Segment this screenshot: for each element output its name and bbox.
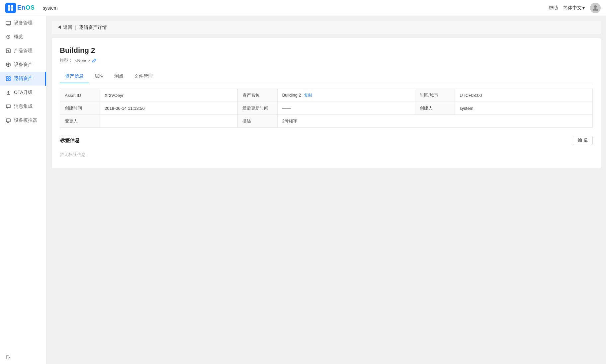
table-row: Asset ID Xr2VOeyr 资产名称 Building 2 复制 时区/… (60, 89, 593, 102)
device-mgmt-icon (5, 20, 11, 26)
svg-rect-0 (8, 5, 10, 8)
label-update-time: 最后更新时间 (237, 102, 277, 115)
msg-icon (5, 104, 11, 109)
table-row: 创建时间 2019-06-14 11:13:56 最后更新时间 —— 创建人 s… (60, 102, 593, 115)
value-asset-id: Xr2VOeyr (100, 89, 238, 102)
value-create-time: 2019-06-14 11:13:56 (100, 102, 238, 115)
main-layout: 设备管理 概览 产品管理 (0, 16, 606, 364)
value-creator: system (455, 102, 593, 115)
asset-info-table: Asset ID Xr2VOeyr 资产名称 Building 2 复制 时区/… (60, 89, 593, 128)
sidebar-label-logical-assets: 逻辑资产 (14, 76, 33, 82)
sidebar-item-device-mgmt[interactable]: 设备管理 (0, 16, 46, 30)
label-description: 描述 (237, 115, 277, 128)
sidebar-label-simulator: 设备模拟器 (14, 117, 37, 123)
model-value: <None> (75, 58, 90, 63)
tab-file-mgmt[interactable]: 文件管理 (129, 70, 158, 83)
breadcrumb: ◀ 返回 | 逻辑资产详情 (52, 21, 601, 34)
label-creator: 创建人 (415, 102, 455, 115)
svg-rect-8 (6, 77, 8, 78)
tags-section-header: 标签信息 编 辑 (60, 136, 593, 145)
table-row: 变更人 描述 2号楼宇 (60, 115, 593, 128)
sidebar-item-logical-assets[interactable]: 逻辑资产 (0, 72, 46, 86)
avatar[interactable] (590, 3, 601, 13)
value-asset-name: Building 2 复制 (277, 89, 415, 102)
svg-rect-9 (9, 77, 10, 78)
tab-asset-info[interactable]: 资产信息 (60, 70, 89, 83)
detail-card: Building 2 模型： <None> 资产信息 属性 测点 文件管理 (52, 38, 601, 168)
label-create-time: 创建时间 (60, 102, 100, 115)
label-modifier: 变更人 (60, 115, 100, 128)
topbar: EnOS system 帮助 简体中文 ▾ (0, 0, 606, 16)
value-description: 2号楼宇 (277, 115, 592, 128)
model-label: 模型： (60, 57, 73, 63)
app-icon (5, 3, 16, 13)
sidebar-item-device-assets[interactable]: 设备资产 (0, 58, 46, 72)
breadcrumb-current: 逻辑资产详情 (79, 25, 107, 31)
device-assets-icon (5, 62, 11, 68)
edit-tags-button[interactable]: 编 辑 (573, 136, 593, 145)
model-edit-btn[interactable] (92, 58, 97, 63)
model-row: 模型： <None> (60, 57, 593, 63)
svg-rect-10 (6, 79, 8, 81)
sidebar-label-msg: 消息集成 (14, 104, 33, 109)
sidebar-label-device-assets: 设备资产 (14, 62, 33, 68)
content-area: ◀ 返回 | 逻辑资产详情 Building 2 模型： <None> 资产信息 (46, 16, 606, 364)
value-modifier (100, 115, 238, 128)
label-asset-id: Asset ID (60, 89, 100, 102)
sidebar-label-device-mgmt: 设备管理 (14, 20, 33, 26)
svg-rect-1 (11, 5, 13, 8)
value-timezone: UTC+08:00 (455, 89, 593, 102)
svg-rect-11 (9, 79, 10, 81)
topbar-right: 帮助 简体中文 ▾ (549, 3, 601, 13)
help-link[interactable]: 帮助 (549, 5, 558, 11)
sidebar: 设备管理 概览 产品管理 (0, 16, 46, 364)
tags-title: 标签信息 (60, 137, 80, 144)
brand-logo: EnOS (17, 4, 35, 11)
system-name: system (43, 5, 57, 11)
product-icon (5, 48, 11, 54)
breadcrumb-separator: | (75, 25, 76, 30)
page-title: Building 2 (60, 46, 593, 55)
sidebar-item-overview[interactable]: 概览 (0, 30, 46, 44)
tags-section: 标签信息 编 辑 暂无标签信息 (60, 136, 593, 160)
simulator-icon (5, 117, 11, 123)
language-selector[interactable]: 简体中文 ▾ (563, 5, 585, 11)
svg-rect-3 (11, 8, 13, 11)
sidebar-item-product-mgmt[interactable]: 产品管理 (0, 44, 46, 58)
sidebar-item-device-simulator[interactable]: 设备模拟器 (0, 113, 46, 127)
value-update-time: —— (277, 102, 415, 115)
sidebar-label-ota: OTA升级 (14, 90, 33, 96)
sidebar-item-ota-upgrade[interactable]: OTA升级 (0, 86, 46, 100)
sidebar-item-msg-integration[interactable]: 消息集成 (0, 100, 46, 113)
svg-rect-12 (6, 119, 10, 122)
sidebar-label-overview: 概览 (14, 34, 23, 40)
tabs: 资产信息 属性 测点 文件管理 (60, 70, 593, 83)
ota-icon (5, 90, 11, 96)
logical-assets-icon (5, 76, 11, 82)
overview-icon (5, 34, 11, 40)
svg-rect-5 (6, 21, 11, 25)
sidebar-label-product-mgmt: 产品管理 (14, 48, 33, 54)
logo: EnOS (5, 3, 35, 13)
sidebar-collapse-btn[interactable] (0, 351, 46, 364)
label-asset-name: 资产名称 (237, 89, 277, 102)
copy-asset-name-btn[interactable]: 复制 (304, 93, 312, 98)
tab-attributes[interactable]: 属性 (89, 70, 109, 83)
svg-point-4 (594, 5, 597, 8)
tab-measure-points[interactable]: 测点 (109, 70, 129, 83)
svg-rect-2 (8, 8, 10, 11)
back-button[interactable]: ◀ 返回 (57, 25, 72, 31)
tags-no-data: 暂无标签信息 (60, 149, 593, 160)
label-timezone: 时区/城市 (415, 89, 455, 102)
